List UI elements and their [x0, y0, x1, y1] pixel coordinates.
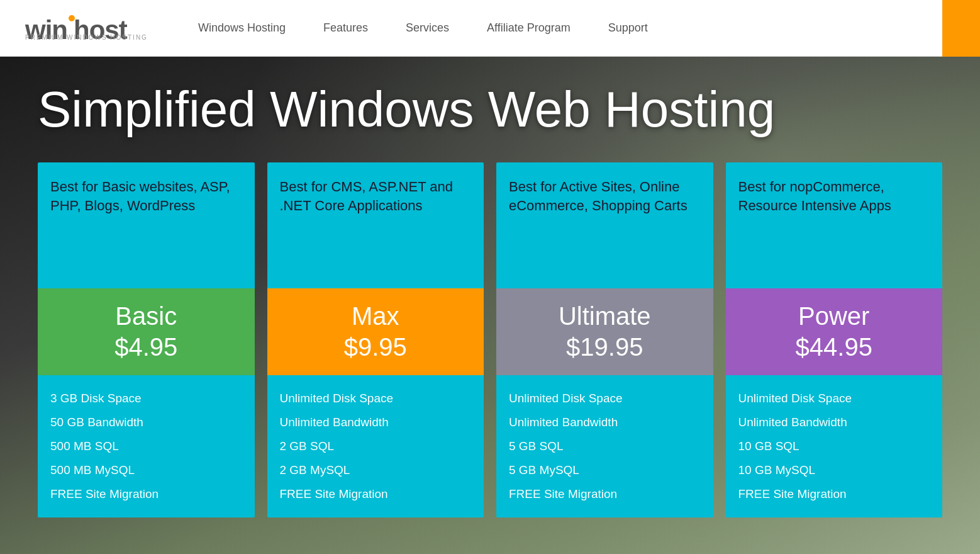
plan-price-max: $9.95 [277, 333, 474, 361]
plan-features-basic: 3 GB Disk Space50 GB Bandwidth500 MB SQL… [38, 375, 255, 517]
plan-features-power: Unlimited Disk SpaceUnlimited Bandwidth1… [726, 375, 943, 517]
plan-feature-item: 2 GB SQL [280, 434, 472, 458]
plan-feature-item: Unlimited Bandwidth [280, 410, 472, 434]
plan-features-max: Unlimited Disk SpaceUnlimited Bandwidth2… [267, 375, 484, 517]
header: winhost PREMIUM WINDOWS HOSTING Windows … [0, 0, 980, 57]
plan-price-power: $44.95 [736, 333, 933, 361]
plan-feature-item: Unlimited Disk Space [509, 387, 701, 410]
plan-card-basic[interactable]: Best for Basic websites, ASP, PHP, Blogs… [38, 162, 255, 517]
plan-feature-item: FREE Site Migration [509, 482, 701, 506]
header-cta-button[interactable] [942, 0, 980, 57]
logo[interactable]: winhost PREMIUM WINDOWS HOSTING [25, 15, 148, 41]
plan-desc-basic: Best for Basic websites, ASP, PHP, Blogs… [38, 162, 255, 288]
plan-feature-item: FREE Site Migration [280, 482, 472, 506]
plan-name-price-ultimate[interactable]: Ultimate$19.95 [496, 288, 713, 375]
plan-desc-ultimate: Best for Active Sites, Online eCommerce,… [496, 162, 713, 288]
plan-feature-item: Unlimited Disk Space [280, 387, 472, 410]
plan-feature-item: Unlimited Bandwidth [509, 410, 701, 434]
plan-desc-power: Best for nopCommerce, Resource Intensive… [726, 162, 943, 288]
plan-desc-max: Best for CMS, ASP.NET and .NET Core Appl… [267, 162, 484, 288]
plan-feature-item: 10 GB SQL [738, 434, 930, 458]
nav-link-affiliate-program[interactable]: Affiliate Program [487, 21, 571, 35]
hero-title: Simplified Windows Web Hosting [38, 82, 793, 137]
plan-name-price-basic[interactable]: Basic$4.95 [38, 288, 255, 375]
main-nav: Windows HostingFeaturesServicesAffiliate… [198, 21, 955, 35]
plan-feature-item: 5 GB SQL [509, 434, 701, 458]
plan-feature-item: 500 MB SQL [50, 434, 242, 458]
plan-price-basic: $4.95 [48, 333, 245, 361]
plan-name-price-max[interactable]: Max$9.95 [267, 288, 484, 375]
nav-link-support[interactable]: Support [608, 21, 648, 35]
plan-feature-item: 50 GB Bandwidth [50, 410, 242, 434]
plan-name-label-basic: Basic [48, 302, 245, 331]
plan-features-ultimate: Unlimited Disk SpaceUnlimited Bandwidth5… [496, 375, 713, 517]
nav-link-windows-hosting[interactable]: Windows Hosting [198, 21, 286, 35]
plan-name-label-max: Max [277, 302, 474, 331]
logo-dot [69, 15, 75, 21]
plan-card-max[interactable]: Best for CMS, ASP.NET and .NET Core Appl… [267, 162, 484, 517]
plan-feature-item: 5 GB MySQL [509, 458, 701, 482]
plan-feature-item: Unlimited Bandwidth [738, 410, 930, 434]
plan-feature-item: FREE Site Migration [50, 482, 242, 506]
nav-link-features[interactable]: Features [323, 21, 368, 35]
plan-name-price-power[interactable]: Power$44.95 [726, 288, 943, 375]
plan-feature-item: FREE Site Migration [738, 482, 930, 506]
plan-name-label-power: Power [736, 302, 933, 331]
nav-link-services[interactable]: Services [406, 21, 449, 35]
hero-section: Simplified Windows Web Hosting Best for … [0, 57, 980, 554]
plan-feature-item: 500 MB MySQL [50, 458, 242, 482]
plan-price-ultimate: $19.95 [506, 333, 703, 361]
plan-feature-item: 3 GB Disk Space [50, 387, 242, 410]
plan-name-label-ultimate: Ultimate [506, 302, 703, 331]
logo-subtitle: PREMIUM WINDOWS HOSTING [25, 34, 148, 41]
plan-feature-item: 10 GB MySQL [738, 458, 930, 482]
plan-feature-item: 2 GB MySQL [280, 458, 472, 482]
plan-card-power[interactable]: Best for nopCommerce, Resource Intensive… [726, 162, 943, 517]
plan-feature-item: Unlimited Disk Space [738, 387, 930, 410]
pricing-grid: Best for Basic websites, ASP, PHP, Blogs… [38, 162, 942, 517]
plan-card-ultimate[interactable]: Best for Active Sites, Online eCommerce,… [496, 162, 713, 517]
